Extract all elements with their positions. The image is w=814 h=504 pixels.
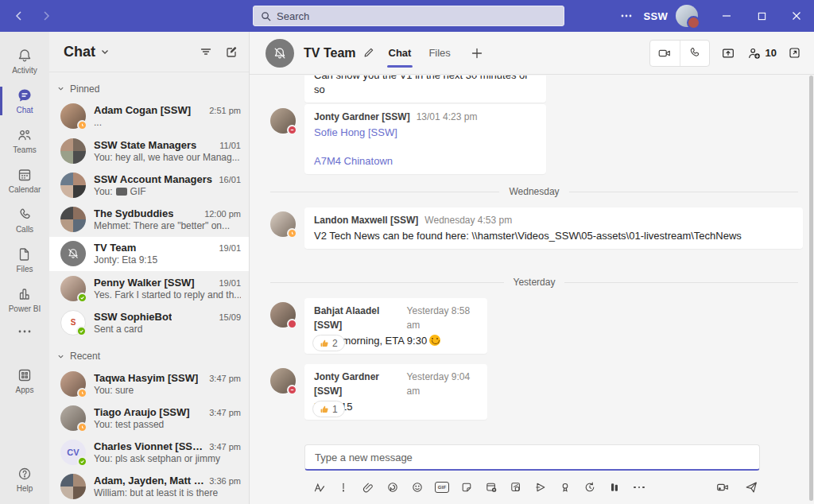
user-avatar[interactable] — [676, 5, 698, 27]
reaction-count: 2 — [332, 338, 338, 349]
rail-label: Files — [16, 265, 33, 273]
sticker-icon[interactable] — [459, 480, 474, 494]
chat-list-item[interactable]: The Sydbuddies12:00 pm Mehmet: There are… — [49, 202, 249, 236]
presence-available-icon — [77, 293, 87, 303]
message: Jonty Gardner [SSW]13/01 4:23 pm Sofie H… — [304, 104, 546, 174]
chevron-collapse-icon — [57, 85, 64, 92]
add-participant-button[interactable]: 10 — [746, 46, 777, 60]
pop-out-chat-button[interactable] — [788, 46, 801, 60]
scrollbar[interactable] — [809, 76, 813, 501]
chat-list-item-selected[interactable]: TV Team19/01 Jonty: Eta 9:15 — [49, 237, 249, 271]
chevron-down-icon[interactable] — [100, 47, 110, 56]
rail-item-calendar[interactable]: Calendar — [0, 161, 49, 200]
tab-files[interactable]: Files — [428, 32, 450, 75]
divider-label: Yesterday — [514, 277, 556, 288]
chat-name: SSW SophieBot — [94, 311, 172, 323]
share-screen-button[interactable] — [721, 46, 735, 60]
message-author: Jonty Gardner [SSW] — [314, 370, 400, 398]
message-link[interactable]: A7M4 Chinatown — [314, 154, 537, 169]
chat-list-item[interactable]: Taqwa Hasyim [SSW]3:47 pm You: sure — [49, 366, 249, 401]
conversation-header: TV Team Chat Files 10 — [250, 32, 814, 75]
add-tab-icon[interactable] — [471, 48, 483, 59]
loop-component-icon[interactable] — [386, 480, 400, 494]
chat-time: 19/01 — [219, 243, 241, 253]
rail-item-teams[interactable]: Teams — [0, 121, 49, 161]
rail-item-chat[interactable]: Chat — [0, 81, 49, 121]
chat-list-item[interactable]: CV Charles Vionnet [SSW]3:47 pm You: pls… — [49, 436, 249, 470]
search-input[interactable]: Search — [253, 6, 564, 26]
mention-link[interactable]: Sofie Hong [SSW] — [314, 126, 537, 140]
reaction-chip[interactable]: 2 — [312, 335, 345, 351]
chat-time: 11/01 — [219, 141, 241, 150]
filter-icon[interactable] — [200, 45, 212, 58]
more-actions-icon[interactable] — [632, 480, 646, 494]
approvals-icon[interactable] — [509, 480, 523, 494]
audio-call-button[interactable] — [680, 41, 709, 66]
gif-icon[interactable]: GIF — [435, 480, 449, 494]
help-icon — [17, 466, 33, 482]
rail-item-calls[interactable]: Calls — [0, 200, 49, 240]
message-scroll-area[interactable]: Can show you the V1 in the next 30 minut… — [250, 76, 814, 440]
praise-icon[interactable] — [558, 480, 572, 494]
group-avatar — [60, 474, 86, 499]
rail-item-powerbi[interactable]: Power BI — [0, 280, 49, 320]
importance-icon[interactable] — [336, 480, 351, 494]
section-recent[interactable]: Recent — [49, 346, 249, 366]
chat-name: SSW State Managers — [94, 139, 196, 151]
rail-item-activity[interactable]: Activity — [0, 41, 49, 81]
chat-name: Taqwa Hasyim [SSW] — [94, 372, 198, 384]
chat-list-header: Chat — [49, 32, 249, 72]
call-button-group — [649, 40, 710, 67]
search-placeholder: Search — [277, 10, 309, 22]
avatar — [270, 211, 296, 237]
chat-preview: Jonty: Eta 9:15 — [94, 254, 241, 266]
message-bubble: Can show you the V1 in the next 30 minut… — [304, 76, 546, 103]
tab-chat[interactable]: Chat — [389, 32, 412, 75]
section-pinned[interactable]: Pinned — [49, 79, 249, 99]
conversation-title: TV Team — [304, 46, 356, 60]
format-icon[interactable] — [312, 480, 326, 494]
chat-list-item[interactable]: Penny Walker [SSW]19/01 Yes. Fark I star… — [49, 271, 249, 305]
rail-item-more[interactable] — [0, 320, 49, 343]
conversation-pane: TV Team Chat Files 10 — [250, 32, 814, 504]
rail-label: Chat — [16, 106, 33, 114]
maximize-button[interactable] — [744, 0, 779, 32]
rail-label: Calendar — [9, 185, 41, 194]
group-avatar — [60, 207, 86, 232]
stream-icon[interactable] — [533, 480, 548, 494]
chat-preview: You:GIF — [94, 186, 241, 197]
rail-item-apps[interactable]: Apps — [0, 361, 49, 401]
schedule-message-icon[interactable] — [484, 480, 498, 494]
rail-item-help[interactable]: Help — [0, 459, 49, 499]
chat-list-item[interactable]: S SSW SophieBot15/09 Sent a card — [49, 305, 249, 339]
chat-list-item[interactable]: Tiago Araujo [SSW]3:47 pm You: test pass… — [49, 401, 249, 435]
attach-icon[interactable] — [361, 480, 375, 494]
message-input[interactable] — [304, 444, 760, 471]
reaction-count: 1 — [332, 404, 338, 415]
video-call-button[interactable] — [650, 41, 680, 66]
back-icon[interactable] — [10, 6, 29, 25]
rail-item-files[interactable]: Files — [0, 240, 49, 280]
avatar — [60, 103, 86, 129]
muted-bell-icon — [60, 241, 86, 266]
titlebar-more-icon[interactable] — [614, 14, 638, 17]
chat-list-item[interactable]: SSW State Managers11/01 You: hey all, we… — [49, 134, 249, 168]
new-chat-icon[interactable] — [225, 45, 238, 58]
video-clip-icon[interactable] — [715, 480, 730, 494]
minimize-button[interactable] — [709, 0, 744, 32]
org-name[interactable]: SSW — [643, 10, 668, 22]
reaction-chip[interactable]: 1 — [312, 401, 345, 417]
edit-name-icon[interactable] — [362, 47, 374, 59]
updates-icon[interactable] — [583, 480, 597, 494]
chat-list-item[interactable]: Adam, Jayden, Matt G, ...3:36 pm William… — [49, 470, 249, 504]
viva-learning-icon[interactable] — [607, 480, 622, 494]
send-icon[interactable] — [744, 480, 758, 494]
forward-icon[interactable] — [37, 6, 56, 25]
chat-list-item[interactable]: SSW Account Managers16/01 You:GIF — [49, 168, 249, 202]
person-add-icon — [746, 46, 762, 60]
chat-list-item[interactable]: Adam Cogan [SSW]2:51 pm ... — [49, 99, 249, 134]
gif-thumbnail-icon — [116, 188, 127, 196]
close-button[interactable] — [779, 0, 814, 32]
message-bubble: Landon Maxwell [SSW]Wednesday 4:53 pm V2… — [304, 207, 803, 249]
emoji-icon[interactable] — [410, 480, 424, 494]
